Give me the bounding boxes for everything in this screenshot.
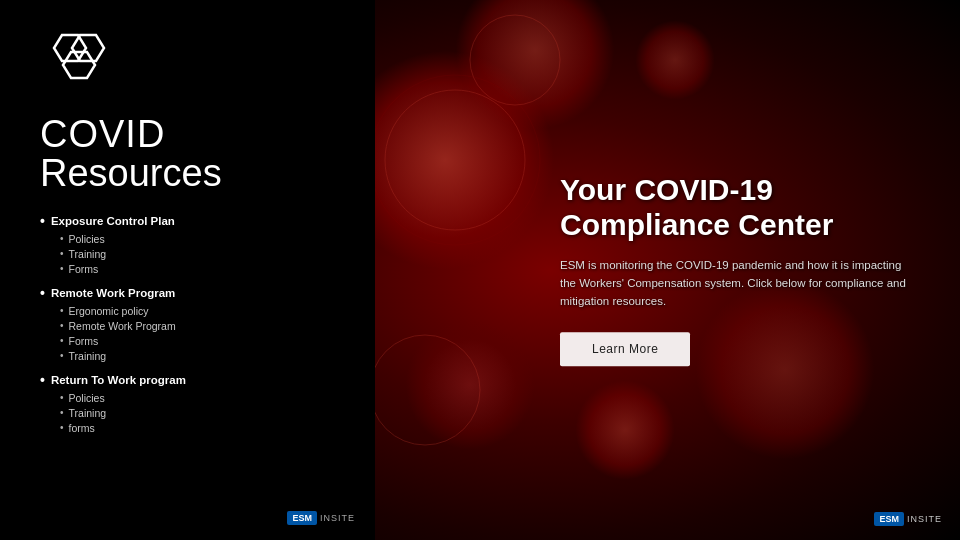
insite-label-banner: INSITE	[907, 514, 942, 524]
svg-point-3	[385, 90, 525, 230]
sub-list-item[interactable]: Forms	[60, 263, 345, 275]
menu-item-label[interactable]: Remote Work Program	[40, 285, 345, 301]
logo-area	[40, 30, 345, 95]
sub-list-item[interactable]: Training	[60, 407, 345, 419]
list-item: Remote Work Program Ergonomic policy Rem…	[40, 285, 345, 362]
list-item: Exposure Control Plan Policies Training …	[40, 213, 345, 275]
logo-hexagons-svg	[40, 30, 130, 95]
esm-logo-banner: ESM	[874, 512, 904, 526]
esm-badge-left: ESM INSITE	[287, 511, 355, 525]
banner-subtitle: ESM is monitoring the COVID-19 pandemic …	[560, 257, 920, 310]
menu-list: Exposure Control Plan Policies Training …	[40, 213, 345, 444]
menu-item-label[interactable]: Return To Work program	[40, 372, 345, 388]
title-covid: COVID	[40, 115, 345, 153]
title-resources: Resources	[40, 153, 345, 195]
sub-list: Policies Training Forms	[60, 233, 345, 275]
svg-point-6	[375, 335, 480, 445]
svg-point-5	[470, 15, 560, 105]
bullet-icon	[40, 213, 45, 229]
learn-more-button[interactable]: Learn More	[560, 333, 690, 367]
sub-list-item[interactable]: Policies	[60, 233, 345, 245]
left-panel: COVID Resources Exposure Control Plan Po…	[0, 0, 375, 540]
svg-marker-0	[54, 35, 86, 61]
sub-list-item[interactable]: Training	[60, 248, 345, 260]
sub-list-item[interactable]: Training	[60, 350, 345, 362]
bullet-icon	[40, 285, 45, 301]
page-title: COVID Resources	[40, 115, 345, 195]
sub-list-item[interactable]: Remote Work Program	[60, 320, 345, 332]
sub-list: Policies Training forms	[60, 392, 345, 434]
sub-list-item[interactable]: Policies	[60, 392, 345, 404]
svg-point-4	[375, 75, 540, 245]
banner-title: Your COVID-19 Compliance Center	[560, 173, 920, 242]
sub-list-item[interactable]: Ergonomic policy	[60, 305, 345, 317]
esm-badge-banner: ESM INSITE	[874, 512, 942, 526]
bullet-icon	[40, 372, 45, 388]
sub-list: Ergonomic policy Remote Work Program For…	[60, 305, 345, 362]
banner-panel: Your COVID-19 Compliance Center ESM is m…	[375, 0, 960, 540]
menu-item-label[interactable]: Exposure Control Plan	[40, 213, 345, 229]
esm-logo: ESM	[287, 511, 317, 525]
sub-list-item[interactable]: forms	[60, 422, 345, 434]
list-item: Return To Work program Policies Training…	[40, 372, 345, 434]
sub-list-item[interactable]: Forms	[60, 335, 345, 347]
svg-marker-2	[63, 52, 95, 78]
banner-content: Your COVID-19 Compliance Center ESM is m…	[560, 173, 920, 366]
svg-marker-1	[72, 35, 104, 61]
insite-label: INSITE	[320, 513, 355, 523]
